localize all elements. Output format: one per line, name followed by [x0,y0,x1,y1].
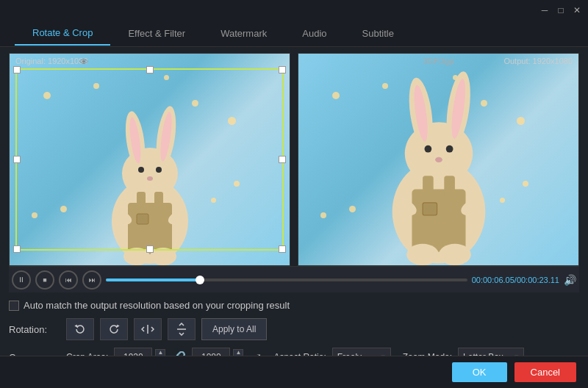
seek-fill [106,279,200,281]
title-bar: ─ □ ✕ [0,0,588,21]
svg-rect-26 [412,190,465,252]
maximize-button[interactable]: □ [556,5,566,15]
svg-rect-28 [444,176,455,198]
output-label: Output: 1920x1080 [503,57,573,65]
svg-point-25 [435,157,442,162]
crop-handle-bl[interactable] [13,245,21,253]
rotation-row: Rotation: [9,318,579,340]
rotation-label: Rotation: [9,324,60,335]
bunny-svg-right [358,60,520,265]
flip-h-button[interactable] [134,318,162,340]
minimize-button[interactable]: ─ [539,5,550,15]
tab-watermark[interactable]: Watermark [203,22,284,45]
bottom-bar: OK Cancel [0,356,588,388]
main-content: Original: 1920x1080 👁 [0,47,588,388]
auto-match-row: Auto match the output resolution based o… [9,300,579,311]
video-area: Original: 1920x1080 👁 [9,53,579,266]
crop-overlay[interactable] [15,68,284,251]
seek-bar[interactable] [106,279,467,281]
cancel-button[interactable]: Cancel [514,362,576,382]
tab-audio[interactable]: Audio [284,22,344,45]
original-label: Original: 1920x1080 [15,57,87,65]
crop-handle-mr[interactable] [279,156,286,163]
right-video-panel: 3GP.3gp Output: 1920x1080 [298,53,579,266]
auto-match-checkbox[interactable] [9,301,19,311]
svg-point-32 [406,244,439,265]
rotate-ccw-button[interactable] [66,318,94,340]
tab-bar: Rotate & Crop Effect & Filter Watermark … [0,21,588,47]
eye-icon[interactable]: 👁 [79,57,89,68]
left-video-panel: Original: 1920x1080 👁 [9,53,290,266]
rotate-cw-button[interactable] [100,318,128,340]
auto-match-label: Auto match the output resolution based o… [24,300,290,311]
svg-point-23 [424,146,431,153]
current-time: 00:00:06.05 [472,276,514,284]
playback-controls: ⏸ ■ ⏮ ⏭ 00:00:06.05/00:00:23.11 🔊 [9,266,579,292]
right-video-frame [298,54,578,265]
svg-point-24 [445,146,453,153]
time-display: 00:00:06.05/00:00:23.11 [472,276,559,284]
svg-rect-29 [423,203,437,215]
svg-rect-27 [423,176,434,198]
ok-button[interactable]: OK [452,362,507,382]
seek-thumb [196,276,204,284]
crop-handle-ml[interactable] [13,156,21,163]
file-name-label: 3GP.3gp [423,57,453,65]
svg-point-33 [439,244,471,265]
total-time: 00:00:23.11 [517,276,559,284]
tab-effect-filter[interactable]: Effect & Filter [110,22,203,45]
volume-icon[interactable]: 🔊 [564,274,576,286]
stop-button[interactable]: ■ [35,270,54,290]
tab-subtitle[interactable]: Subtitle [345,22,412,45]
next-frame-button[interactable]: ⏭ [82,270,101,290]
close-button[interactable]: ✕ [572,5,582,15]
tab-rotate-crop[interactable]: Rotate & Crop [15,21,110,46]
crop-handle-br[interactable] [279,245,286,253]
prev-frame-button[interactable]: ⏮ [59,270,78,290]
crop-handle-tm[interactable] [146,66,154,73]
crop-handle-bm[interactable] [146,245,154,253]
apply-to-all-button[interactable]: Apply to All [201,318,267,340]
pause-button[interactable]: ⏸ [12,270,31,290]
crop-handle-tr[interactable] [279,66,286,73]
flip-v-button[interactable] [168,318,196,340]
crop-handle-tl[interactable] [13,66,21,73]
